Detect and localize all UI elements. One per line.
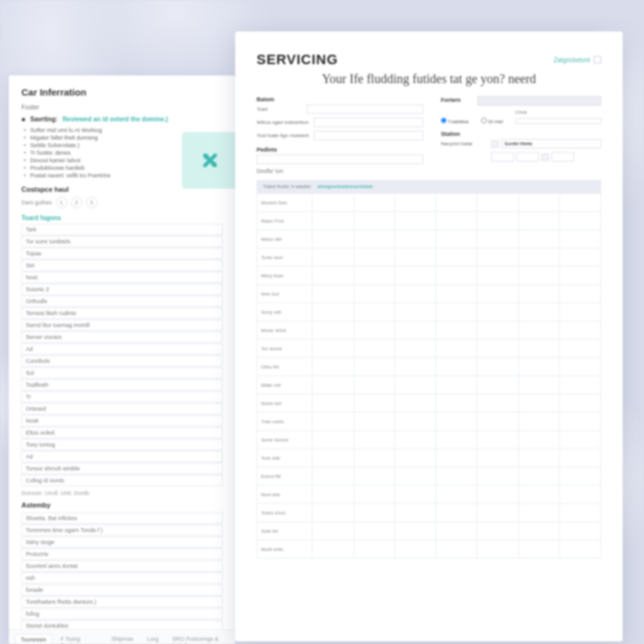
- cell[interactable]: [477, 303, 519, 321]
- tab[interactable]: F Suing Fusliet une: [56, 634, 103, 644]
- cell[interactable]: [353, 285, 395, 303]
- cell[interactable]: [477, 467, 519, 486]
- list-item[interactable]: Torenmes time ogarn Tonde.f ): [21, 525, 223, 536]
- cell[interactable]: [353, 230, 395, 248]
- list-item[interactable]: Shoetia. Bat infickes: [21, 513, 223, 524]
- cell[interactable]: [518, 358, 560, 376]
- toggle-icon[interactable]: [491, 140, 499, 148]
- cell[interactable]: [518, 486, 560, 504]
- stepper-icon[interactable]: [541, 153, 549, 161]
- cell[interactable]: [436, 449, 477, 467]
- cell[interactable]: [395, 522, 436, 540]
- list-item[interactable]: fonade: [21, 584, 223, 596]
- cell[interactable]: [353, 394, 395, 413]
- cell[interactable]: [518, 504, 560, 522]
- cell[interactable]: [436, 413, 477, 431]
- tab[interactable]: SRO Postormgs & boh dup: [167, 634, 229, 644]
- cell[interactable]: [477, 413, 519, 431]
- cell[interactable]: [518, 321, 560, 340]
- cell[interactable]: [313, 321, 354, 340]
- cell[interactable]: [477, 431, 519, 449]
- cell[interactable]: [560, 248, 601, 267]
- cell[interactable]: [518, 431, 560, 449]
- list-item[interactable]: Orthodls: [21, 296, 223, 307]
- cell[interactable]: [313, 467, 354, 486]
- pedints-select[interactable]: [257, 155, 423, 164]
- cell[interactable]: [560, 449, 601, 467]
- cell[interactable]: [353, 248, 395, 267]
- fortern-input[interactable]: [477, 96, 601, 106]
- cell[interactable]: [477, 340, 519, 358]
- cell[interactable]: [436, 358, 477, 376]
- cell[interactable]: [477, 486, 519, 504]
- pager-page[interactable]: 3: [86, 197, 97, 208]
- list-item[interactable]: follog: [21, 608, 223, 619]
- cell[interactable]: [560, 504, 601, 522]
- cell[interactable]: [518, 230, 560, 248]
- cell[interactable]: [518, 540, 560, 558]
- list-item[interactable]: Tonsor shmolt winible: [21, 463, 223, 474]
- cell[interactable]: [477, 267, 519, 285]
- list-item[interactable]: Topaa: [21, 248, 223, 259]
- cell[interactable]: [518, 194, 560, 212]
- radio-option[interactable]: Tvalettea: [441, 118, 469, 125]
- cell[interactable]: [436, 540, 477, 558]
- cell[interactable]: [353, 303, 395, 321]
- list-item[interactable]: Toalfesth: [21, 379, 223, 391]
- cell[interactable]: [395, 540, 436, 558]
- cell[interactable]: [560, 376, 601, 394]
- cell[interactable]: [560, 394, 601, 413]
- cell[interactable]: [436, 431, 477, 449]
- list-item[interactable]: Ternest likeh rudints: [21, 308, 223, 319]
- cell[interactable]: [518, 285, 560, 303]
- cell[interactable]: [395, 321, 436, 340]
- cell[interactable]: [518, 413, 560, 431]
- cell[interactable]: [395, 230, 436, 248]
- cell[interactable]: [477, 194, 519, 212]
- list-item[interactable]: Toey tontog: [21, 439, 223, 450]
- cell[interactable]: [353, 467, 395, 486]
- cell[interactable]: [436, 230, 477, 248]
- list-item[interactable]: Tor somr tonibtels: [21, 236, 223, 247]
- cell[interactable]: [518, 248, 560, 267]
- list-item[interactable]: Soionic 2: [21, 284, 223, 295]
- estimation-input[interactable]: [314, 118, 423, 127]
- cell[interactable]: [518, 303, 560, 321]
- cell[interactable]: [477, 449, 519, 467]
- cell[interactable]: [477, 321, 519, 340]
- cell[interactable]: [436, 467, 477, 486]
- cell[interactable]: [313, 248, 354, 267]
- cell[interactable]: [436, 504, 477, 522]
- cell[interactable]: [313, 230, 354, 248]
- list-item[interactable]: Server vionies: [21, 331, 223, 343]
- cell[interactable]: [560, 486, 601, 504]
- list-item[interactable]: Nosk: [21, 415, 223, 426]
- cell[interactable]: [353, 486, 395, 504]
- cell[interactable]: [395, 340, 436, 358]
- header-action[interactable]: Zatgricketont: [553, 56, 601, 64]
- cell[interactable]: [560, 540, 601, 558]
- color-input[interactable]: [516, 118, 601, 124]
- list-item[interactable]: Eltos orded: [21, 427, 223, 438]
- cell[interactable]: [353, 340, 395, 358]
- cell[interactable]: [518, 376, 560, 394]
- cell[interactable]: [313, 285, 354, 303]
- cell[interactable]: [395, 467, 436, 486]
- cell[interactable]: [313, 303, 354, 321]
- cell[interactable]: [560, 194, 601, 212]
- cell[interactable]: [313, 394, 354, 413]
- cell[interactable]: [313, 540, 354, 558]
- tab[interactable]: Shipmse: [106, 634, 138, 644]
- cell[interactable]: [436, 303, 477, 321]
- cell[interactable]: [313, 212, 354, 230]
- cell[interactable]: [560, 413, 601, 431]
- cell[interactable]: [477, 540, 519, 558]
- cell[interactable]: [395, 358, 436, 376]
- list-item[interactable]: Soontml ainrs dontat: [21, 560, 223, 572]
- list-item[interactable]: Nost: [21, 272, 223, 283]
- cell[interactable]: [436, 194, 477, 212]
- list-item[interactable]: nsh: [21, 572, 223, 584]
- cell[interactable]: [477, 394, 519, 413]
- cell[interactable]: [560, 285, 601, 303]
- cell[interactable]: [395, 394, 436, 413]
